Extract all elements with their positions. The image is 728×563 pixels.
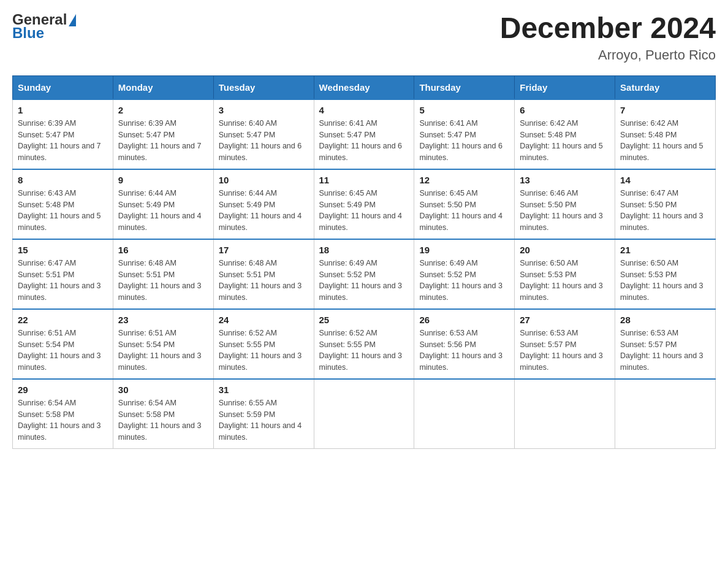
day-info: Sunrise: 6:46 AM Sunset: 5:50 PM Dayligh…	[520, 188, 610, 234]
day-number: 22	[18, 315, 108, 325]
calendar-week-row: 29 Sunrise: 6:54 AM Sunset: 5:58 PM Dayl…	[13, 379, 716, 449]
calendar-cell: 13 Sunrise: 6:46 AM Sunset: 5:50 PM Dayl…	[515, 169, 615, 239]
day-number: 8	[18, 175, 108, 185]
day-info: Sunrise: 6:40 AM Sunset: 5:47 PM Dayligh…	[219, 118, 309, 164]
day-info: Sunrise: 6:42 AM Sunset: 5:48 PM Dayligh…	[520, 118, 610, 164]
daylight-label: Daylight: 11 hours and 5 minutes.	[620, 142, 703, 162]
logo: General Blue	[12, 12, 76, 40]
sunset-label: Sunset: 5:48 PM	[620, 131, 677, 139]
calendar-cell: 2 Sunrise: 6:39 AM Sunset: 5:47 PM Dayli…	[113, 99, 213, 169]
sunset-label: Sunset: 5:49 PM	[219, 201, 275, 209]
sunrise-label: Sunrise: 6:49 AM	[419, 259, 477, 267]
day-number: 17	[219, 245, 309, 255]
calendar-cell: 11 Sunrise: 6:45 AM Sunset: 5:49 PM Dayl…	[314, 169, 414, 239]
day-number: 18	[319, 245, 409, 255]
daylight-label: Daylight: 11 hours and 4 minutes.	[219, 212, 302, 232]
sunset-label: Sunset: 5:52 PM	[319, 270, 376, 279]
day-number: 1	[18, 105, 108, 115]
daylight-label: Daylight: 11 hours and 3 minutes.	[520, 351, 603, 372]
sunset-label: Sunset: 5:57 PM	[520, 340, 576, 349]
day-info: Sunrise: 6:47 AM Sunset: 5:51 PM Dayligh…	[18, 258, 108, 304]
weekday-header-thursday: Thursday	[414, 75, 515, 99]
calendar-cell: 21 Sunrise: 6:50 AM Sunset: 5:53 PM Dayl…	[615, 239, 716, 309]
daylight-label: Daylight: 11 hours and 7 minutes.	[118, 142, 202, 162]
calendar-cell: 9 Sunrise: 6:44 AM Sunset: 5:49 PM Dayli…	[113, 169, 213, 239]
sunrise-label: Sunrise: 6:51 AM	[118, 329, 176, 337]
day-info: Sunrise: 6:44 AM Sunset: 5:49 PM Dayligh…	[219, 188, 309, 234]
sunset-label: Sunset: 5:54 PM	[118, 340, 175, 349]
day-info: Sunrise: 6:45 AM Sunset: 5:49 PM Dayligh…	[319, 188, 409, 234]
weekday-header-monday: Monday	[113, 75, 213, 99]
daylight-label: Daylight: 11 hours and 4 minutes.	[419, 212, 502, 232]
calendar-cell: 5 Sunrise: 6:41 AM Sunset: 5:47 PM Dayli…	[414, 99, 515, 169]
day-number: 14	[620, 175, 710, 185]
sunrise-label: Sunrise: 6:49 AM	[319, 259, 377, 267]
sunrise-label: Sunrise: 6:41 AM	[419, 119, 477, 128]
sunset-label: Sunset: 5:59 PM	[219, 410, 275, 419]
weekday-header-wednesday: Wednesday	[314, 75, 414, 99]
daylight-label: Daylight: 11 hours and 5 minutes.	[18, 212, 101, 232]
weekday-header-sunday: Sunday	[13, 75, 113, 99]
day-info: Sunrise: 6:54 AM Sunset: 5:58 PM Dayligh…	[118, 397, 208, 443]
sunrise-label: Sunrise: 6:46 AM	[520, 189, 578, 197]
page-header: General Blue December 2024 Arroyo, Puert…	[12, 12, 716, 63]
calendar-week-row: 8 Sunrise: 6:43 AM Sunset: 5:48 PM Dayli…	[13, 169, 716, 239]
daylight-label: Daylight: 11 hours and 4 minutes.	[219, 421, 302, 442]
sunrise-label: Sunrise: 6:50 AM	[520, 259, 578, 267]
calendar-cell: 12 Sunrise: 6:45 AM Sunset: 5:50 PM Dayl…	[414, 169, 515, 239]
calendar-cell: 18 Sunrise: 6:49 AM Sunset: 5:52 PM Dayl…	[314, 239, 414, 309]
sunset-label: Sunset: 5:47 PM	[118, 131, 175, 139]
sunset-label: Sunset: 5:53 PM	[620, 270, 677, 279]
day-number: 25	[319, 315, 409, 325]
sunset-label: Sunset: 5:47 PM	[18, 131, 74, 139]
daylight-label: Daylight: 11 hours and 3 minutes.	[520, 282, 603, 302]
sunrise-label: Sunrise: 6:42 AM	[620, 119, 678, 128]
calendar-cell: 23 Sunrise: 6:51 AM Sunset: 5:54 PM Dayl…	[113, 309, 213, 379]
logo-arrow-icon	[69, 14, 76, 26]
day-info: Sunrise: 6:53 AM Sunset: 5:57 PM Dayligh…	[520, 327, 610, 373]
sunset-label: Sunset: 5:47 PM	[419, 131, 476, 139]
daylight-label: Daylight: 11 hours and 3 minutes.	[118, 282, 202, 302]
day-number: 5	[419, 105, 509, 115]
sunset-label: Sunset: 5:49 PM	[118, 201, 175, 209]
daylight-label: Daylight: 11 hours and 3 minutes.	[620, 351, 703, 372]
daylight-label: Daylight: 11 hours and 3 minutes.	[419, 282, 502, 302]
calendar-week-row: 15 Sunrise: 6:47 AM Sunset: 5:51 PM Dayl…	[13, 239, 716, 309]
calendar-cell: 22 Sunrise: 6:51 AM Sunset: 5:54 PM Dayl…	[13, 309, 113, 379]
day-number: 29	[18, 385, 108, 395]
sunset-label: Sunset: 5:55 PM	[219, 340, 275, 349]
sunrise-label: Sunrise: 6:48 AM	[219, 259, 277, 267]
day-number: 19	[419, 245, 509, 255]
sunrise-label: Sunrise: 6:43 AM	[18, 189, 76, 197]
calendar-cell: 3 Sunrise: 6:40 AM Sunset: 5:47 PM Dayli…	[213, 99, 314, 169]
sunset-label: Sunset: 5:53 PM	[520, 270, 576, 279]
sunset-label: Sunset: 5:52 PM	[419, 270, 476, 279]
sunset-label: Sunset: 5:58 PM	[118, 410, 175, 419]
day-number: 26	[419, 315, 509, 325]
calendar-cell: 16 Sunrise: 6:48 AM Sunset: 5:51 PM Dayl…	[113, 239, 213, 309]
daylight-label: Daylight: 11 hours and 3 minutes.	[118, 351, 202, 372]
calendar-cell: 19 Sunrise: 6:49 AM Sunset: 5:52 PM Dayl…	[414, 239, 515, 309]
daylight-label: Daylight: 11 hours and 4 minutes.	[118, 212, 202, 232]
sunrise-label: Sunrise: 6:42 AM	[520, 119, 578, 128]
daylight-label: Daylight: 11 hours and 3 minutes.	[319, 282, 403, 302]
sunset-label: Sunset: 5:48 PM	[18, 201, 74, 209]
day-number: 6	[520, 105, 610, 115]
calendar-cell: 20 Sunrise: 6:50 AM Sunset: 5:53 PM Dayl…	[515, 239, 615, 309]
calendar-cell: 14 Sunrise: 6:47 AM Sunset: 5:50 PM Dayl…	[615, 169, 716, 239]
calendar-cell: 24 Sunrise: 6:52 AM Sunset: 5:55 PM Dayl…	[213, 309, 314, 379]
day-info: Sunrise: 6:48 AM Sunset: 5:51 PM Dayligh…	[219, 258, 309, 304]
daylight-label: Daylight: 11 hours and 3 minutes.	[118, 421, 202, 442]
daylight-label: Daylight: 11 hours and 6 minutes.	[419, 142, 502, 162]
sunset-label: Sunset: 5:47 PM	[319, 131, 376, 139]
day-number: 7	[620, 105, 710, 115]
sunrise-label: Sunrise: 6:44 AM	[219, 189, 277, 197]
calendar-title: December 2024	[500, 12, 716, 45]
calendar-cell: 1 Sunrise: 6:39 AM Sunset: 5:47 PM Dayli…	[13, 99, 113, 169]
weekday-header-friday: Friday	[515, 75, 615, 99]
calendar-cell: 6 Sunrise: 6:42 AM Sunset: 5:48 PM Dayli…	[515, 99, 615, 169]
day-number: 24	[219, 315, 309, 325]
calendar-week-row: 22 Sunrise: 6:51 AM Sunset: 5:54 PM Dayl…	[13, 309, 716, 379]
weekday-header-row: SundayMondayTuesdayWednesdayThursdayFrid…	[13, 75, 716, 99]
sunrise-label: Sunrise: 6:47 AM	[620, 189, 678, 197]
